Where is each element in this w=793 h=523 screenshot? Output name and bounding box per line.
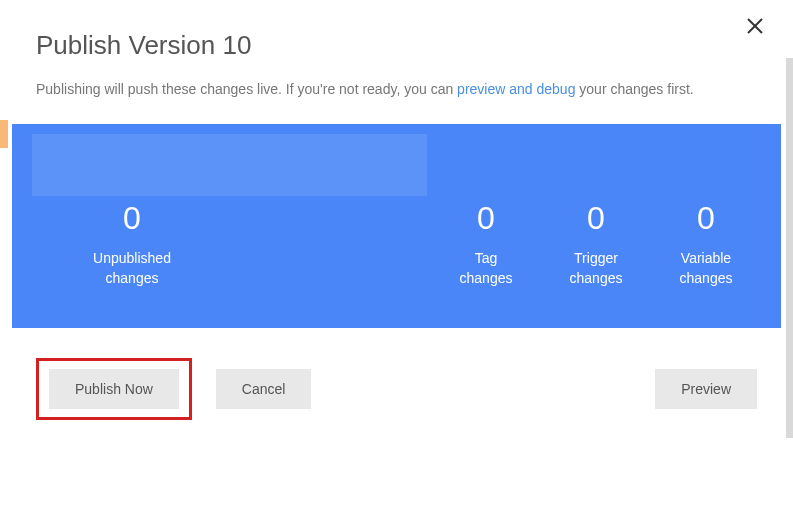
- publish-dialog: Publish Version 10 Publishing will push …: [12, 0, 781, 523]
- stat-tag: 0 Tag changes: [431, 200, 541, 288]
- publish-now-button[interactable]: Publish Now: [49, 369, 179, 409]
- stat-value: 0: [651, 200, 761, 237]
- description-text-pre: Publishing will push these changes live.…: [36, 81, 457, 97]
- scrollbar[interactable]: [786, 58, 793, 438]
- stat-label: Tag changes: [431, 249, 541, 288]
- stat-label: Variable changes: [651, 249, 761, 288]
- button-bar: Publish Now Cancel Preview: [12, 328, 781, 440]
- stats-row: 0 Unpublished changes 0 Tag changes 0 Tr…: [32, 200, 761, 288]
- stat-value: 0: [32, 200, 232, 237]
- stat-label: Trigger changes: [541, 249, 651, 288]
- preview-debug-link[interactable]: preview and debug: [457, 81, 575, 97]
- stat-label: Unpublished changes: [32, 249, 232, 288]
- close-button[interactable]: [743, 14, 767, 38]
- redacted-region: [32, 134, 427, 196]
- spacer: [232, 200, 431, 288]
- background-accent: [0, 120, 8, 148]
- description-text-post: your changes first.: [575, 81, 693, 97]
- stat-value: 0: [541, 200, 651, 237]
- close-icon: [746, 17, 764, 35]
- cancel-button[interactable]: Cancel: [216, 369, 312, 409]
- stat-unpublished: 0 Unpublished changes: [32, 200, 232, 288]
- stat-value: 0: [431, 200, 541, 237]
- preview-button[interactable]: Preview: [655, 369, 757, 409]
- publish-highlight: Publish Now: [36, 358, 192, 420]
- stats-panel: 0 Unpublished changes 0 Tag changes 0 Tr…: [12, 124, 781, 328]
- stat-trigger: 0 Trigger changes: [541, 200, 651, 288]
- dialog-description: Publishing will push these changes live.…: [12, 79, 781, 124]
- stat-variable: 0 Variable changes: [651, 200, 761, 288]
- dialog-title: Publish Version 10: [12, 0, 781, 79]
